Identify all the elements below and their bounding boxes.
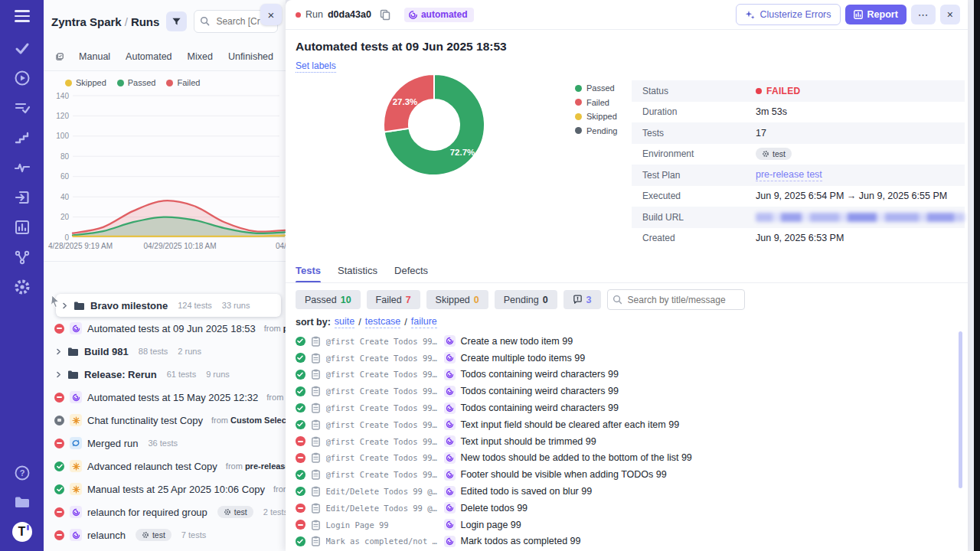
check-icon[interactable]	[13, 39, 31, 57]
test-row[interactable]: @first Create Todos 99…Footer should be …	[296, 466, 954, 483]
branch-icon[interactable]	[13, 248, 31, 266]
set-labels-link[interactable]: Set labels	[296, 60, 336, 73]
projects-folder-icon[interactable]	[13, 493, 31, 511]
status-passed-icon	[296, 487, 305, 497]
tests-search-input[interactable]	[626, 294, 737, 306]
close-panel-button[interactable]: ×	[260, 4, 282, 25]
tests-list: @first Create Todos 99…Create a new todo…	[296, 333, 954, 551]
run-row[interactable]: Chat functinality test Copyfrom Custom S…	[44, 409, 286, 432]
run-type-tab-manual[interactable]: Manual	[79, 51, 110, 62]
steps-icon[interactable]	[13, 129, 31, 147]
test-title[interactable]: Create a new todo item 99	[461, 336, 573, 347]
sort-by-testcase[interactable]: testcase	[365, 316, 401, 328]
test-title[interactable]: Mark todos as completed 99	[461, 536, 581, 546]
play-circle-icon[interactable]	[13, 69, 31, 87]
test-title[interactable]: Create multiple todo items 99	[461, 353, 586, 364]
test-title[interactable]: Todos containing weird characters 99	[461, 403, 619, 413]
copy-icon[interactable]	[380, 9, 390, 21]
legend-label: Passed	[128, 78, 156, 87]
check-icon	[57, 487, 63, 492]
test-title[interactable]: Todos containing weird characters 99	[461, 386, 619, 396]
run-row[interactable]: relaunchtest7 tests	[44, 523, 286, 546]
filter-failed-button[interactable]: Failed7	[367, 290, 420, 309]
run-type-tab-automated[interactable]: Automated	[126, 51, 172, 62]
test-row[interactable]: @first Create Todos 99…Text input should…	[296, 433, 954, 450]
run-name: Manual tests at 25 Apr 2025 10:06 Copy	[87, 484, 265, 495]
test-row[interactable]: @first Create Todos 99…Todos containing …	[296, 399, 954, 416]
filter-count: 0	[543, 295, 548, 305]
test-row[interactable]: Edit/Delete Todos 99 @…Edited todo is sa…	[296, 483, 954, 500]
run-row[interactable]: relaunch for required grouptest2 tests	[44, 500, 286, 523]
tab-tests[interactable]: Tests	[296, 265, 321, 283]
filter-pending-button[interactable]: Pending0	[495, 290, 557, 309]
tests-search[interactable]	[607, 289, 745, 310]
test-suite: @first Create Todos 99…	[326, 470, 439, 479]
test-plan-link[interactable]: pre-release test	[756, 169, 822, 181]
test-row[interactable]: @first Create Todos 99…Todos containing …	[296, 383, 954, 399]
test-title[interactable]: Footer should be visible when adding TOD…	[461, 469, 667, 480]
report-button[interactable]: Report	[845, 5, 906, 24]
filter-skipped-button[interactable]: Skipped0	[426, 290, 488, 309]
test-title[interactable]: Todos containing weird characters 99	[461, 369, 619, 380]
tests-scrollbar[interactable]	[959, 331, 962, 488]
run-row[interactable]: Automated tests at 09 Jun 2025 18:53from…	[44, 317, 286, 340]
more-button[interactable]: ⋯	[911, 5, 936, 24]
clusterize-errors-button[interactable]: Clusterize Errors	[736, 4, 840, 25]
list-check-icon[interactable]	[13, 99, 31, 117]
filter-label: Failed	[376, 295, 402, 305]
run-folder-row[interactable]: Build 98188 tests2 runs	[44, 340, 286, 363]
run-from-plan[interactable]: Custom Selection	[230, 416, 286, 425]
environment-badge[interactable]: test	[756, 148, 792, 160]
run-detail-card: Run d0da43a0 automated Clusterize Errors…	[286, 0, 968, 551]
test-title[interactable]: Text input field should be cleared after…	[461, 419, 680, 430]
run-folder-row[interactable]: Bravo milestone124 tests33 runs	[56, 294, 281, 317]
test-title[interactable]: Delete todos 99	[461, 503, 528, 514]
analytics-icon[interactable]	[13, 218, 31, 236]
run-row[interactable]: Manual tests at 25 Apr 2025 10:06 Copyfr…	[44, 478, 286, 500]
clipboard-icon	[311, 452, 321, 463]
test-title[interactable]: Edited todo is saved on blur 99	[461, 486, 593, 497]
test-row[interactable]: @first Create Todos 99…Todos containing …	[296, 367, 954, 383]
test-row[interactable]: @first Create Todos 99…New todos should …	[296, 450, 954, 467]
automated-badge[interactable]: automated	[404, 8, 474, 22]
run-row[interactable]: Advanced relaunch test Copyfrom pre-rele…	[44, 455, 286, 478]
clipboard-icon	[311, 403, 321, 413]
folder-icon	[74, 301, 85, 311]
chevron-right-icon[interactable]	[54, 371, 62, 378]
run-type-tab-mixed[interactable]: Mixed	[188, 51, 213, 62]
legend-dot	[166, 80, 173, 86]
select-list-icon[interactable]	[56, 51, 64, 63]
chevron-right-icon[interactable]	[54, 348, 62, 355]
test-row[interactable]: Mark as completed/not …Mark todos as com…	[296, 533, 954, 550]
run-row[interactable]: Automated tests at 15 May 2025 12:32from…	[44, 386, 286, 409]
chevron-right-icon[interactable]	[60, 302, 68, 309]
filter-button[interactable]	[166, 11, 187, 31]
import-icon[interactable]	[13, 188, 31, 207]
filter-comments-button[interactable]: 3	[564, 290, 601, 309]
run-type-tab-unfinished[interactable]: Unfinished	[228, 51, 273, 62]
test-title[interactable]: Text input should be trimmed 99	[461, 436, 596, 447]
sort-by-failure[interactable]: failure	[411, 316, 437, 328]
run-folder-row[interactable]: Release: Rerun61 tests9 runs	[44, 363, 286, 386]
folder-name: Build 981	[84, 346, 129, 357]
test-title[interactable]: New todos should be added to the bottom …	[461, 452, 692, 463]
close-run-button[interactable]: ×	[940, 5, 960, 24]
activity-icon[interactable]	[13, 158, 31, 177]
test-title[interactable]: Login page 99	[461, 520, 521, 530]
test-row[interactable]: @first Create Todos 99…Text input field …	[296, 416, 954, 433]
test-row[interactable]: @first Create Todos 99…Create a new todo…	[296, 333, 954, 350]
filter-passed-button[interactable]: Passed10	[296, 290, 361, 309]
gear-icon[interactable]	[13, 278, 31, 296]
menu-icon[interactable]	[15, 10, 30, 22]
sort-by-suite[interactable]: suite	[335, 316, 354, 328]
help-icon[interactable]: ?	[13, 464, 31, 482]
breadcrumb-project[interactable]: Zyntra Spark	[51, 15, 122, 28]
test-row[interactable]: Login Page 99Login page 99	[296, 517, 954, 533]
test-row[interactable]: Edit/Delete Todos 99 @…Delete todos 99	[296, 500, 954, 517]
run-row[interactable]: Merged run36 tests	[44, 432, 286, 455]
test-row[interactable]: @first Create Todos 99…Create multiple t…	[296, 350, 954, 367]
tab-statistics[interactable]: Statistics	[338, 265, 377, 283]
tab-defects[interactable]: Defects	[394, 265, 428, 283]
app-logo[interactable]: T	[12, 522, 32, 542]
run-from-plan[interactable]: pre-release test	[245, 461, 286, 471]
